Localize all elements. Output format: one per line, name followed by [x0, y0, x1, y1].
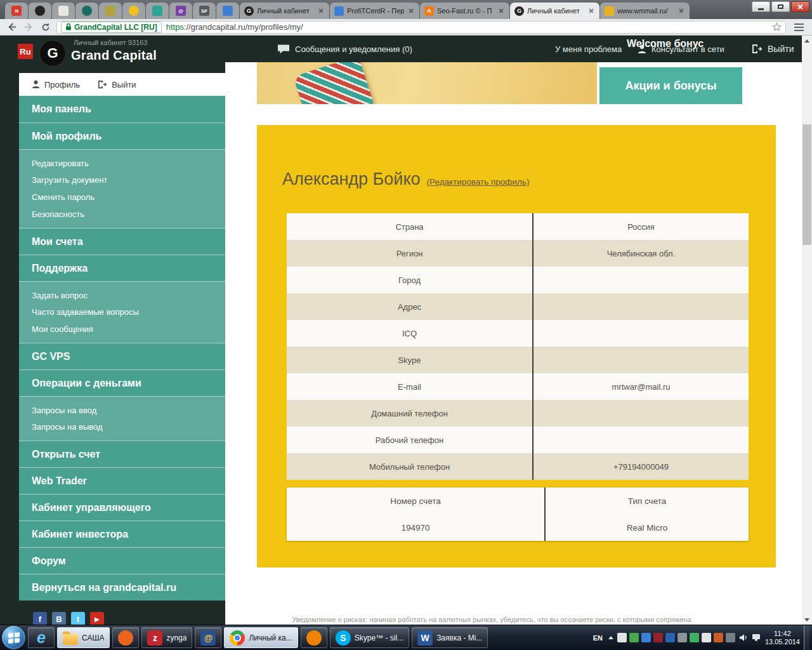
taskbar-app-button[interactable]: Личный ка...	[224, 627, 298, 648]
window-controls	[752, 1, 809, 12]
tray-icon[interactable]	[617, 633, 627, 642]
network-icon[interactable]	[752, 633, 761, 642]
sidebar-menu-item[interactable]: Вернуться на grandcapital.ru	[19, 574, 225, 600]
language-badge[interactable]: Ru	[18, 44, 33, 59]
browser-tab[interactable]: A Seo-Fast.ru © - П	[420, 3, 509, 19]
show-desktop-button[interactable]	[804, 626, 809, 650]
pinned-tab[interactable]	[75, 3, 98, 19]
topbar-logout-link[interactable]: Выйти	[752, 36, 794, 62]
sidebar-menu-item[interactable]: Мои счета	[19, 228, 225, 255]
bookmark-star-icon[interactable]	[772, 22, 782, 32]
forward-button[interactable]	[22, 21, 35, 34]
pinned-tab-favicon-icon	[105, 6, 115, 16]
scrollbar-thumb[interactable]	[802, 124, 811, 245]
pinned-tab[interactable]	[122, 3, 145, 19]
sidebar-menu-item[interactable]: Загрузить документ	[19, 171, 225, 189]
tray-icon[interactable]	[702, 633, 711, 642]
sidebar-menu-item[interactable]: Запросы на вывод	[19, 418, 225, 441]
browser-tab[interactable]: G Личный кабинет	[510, 3, 599, 19]
sidebar-menu-item[interactable]: Запросы на ввод	[19, 396, 225, 418]
tray-icon[interactable]	[653, 633, 663, 642]
taskbar-app-button[interactable]: S Skype™ - sil...	[330, 627, 409, 648]
omnibox[interactable]: GrandCapital LLC [RU] https://grandcapit…	[56, 21, 786, 34]
sidebar-menu-item[interactable]: Мои сообщения	[19, 321, 225, 343]
window-maximize-button[interactable]	[771, 1, 790, 12]
sidebar-menu-item[interactable]: Поддержка	[19, 255, 225, 281]
sidebar-menu-item[interactable]: Часто задаваемые вопросы	[19, 303, 225, 321]
actions-bonuses-button[interactable]: Акции и бонусы	[599, 67, 742, 104]
sidebar-logout-link[interactable]: Выйти	[98, 80, 136, 90]
sidebar-menu-item[interactable]: Сменить пароль	[19, 189, 225, 206]
pinned-tab[interactable]: SF	[193, 3, 216, 19]
sidebar-menu-item[interactable]: Web Trader	[19, 467, 225, 494]
tray-icon[interactable]	[641, 633, 651, 642]
messages-link[interactable]: Сообщения и уведомления (0)	[277, 36, 412, 62]
pinned-tab[interactable]	[99, 3, 122, 19]
sidebar-menu-item[interactable]: Безопасность	[19, 206, 225, 228]
tray-icon[interactable]	[714, 633, 723, 642]
tray-icon[interactable]	[629, 633, 639, 642]
start-button[interactable]	[2, 626, 25, 649]
pinned-tab[interactable]	[146, 3, 169, 19]
sidebar: Личный кабинет 93163 Ru G Grand Capital …	[0, 36, 225, 625]
pinned-tab[interactable]	[52, 3, 75, 19]
reload-button[interactable]	[39, 21, 52, 34]
edit-profile-link[interactable]: (Редактировать профиль)	[427, 177, 530, 187]
taskbar-app-button[interactable]: САША	[57, 627, 110, 648]
pinned-tab[interactable]	[216, 3, 239, 19]
sidebar-profile-link[interactable]: Профиль	[32, 80, 80, 90]
browser-tab[interactable]: ProfiTCentR - Пер	[330, 3, 419, 19]
pinned-tab[interactable]	[29, 3, 51, 19]
padlock-icon	[65, 23, 72, 31]
sidebar-menu-item[interactable]: Кабинет инвестора	[19, 521, 225, 547]
sidebar-menu-item[interactable]: Моя панель	[19, 96, 225, 123]
taskbar-app-button[interactable]: W Заявка - Mi...	[412, 627, 488, 648]
language-indicator[interactable]: EN	[591, 633, 605, 643]
show-hidden-icons-button[interactable]	[608, 636, 613, 639]
problem-link[interactable]: У меня проблема	[555, 36, 622, 62]
window-close-button[interactable]	[791, 1, 809, 12]
sidebar-menu-item[interactable]: GC VPS	[19, 343, 225, 369]
tray-icon[interactable]	[726, 633, 735, 642]
sidebar-menu-item[interactable]: Редактировать	[19, 149, 225, 171]
taskbar-app-button[interactable]	[301, 627, 327, 648]
url-path: ://grandcapital.ru/my/profiles/my/	[184, 22, 303, 32]
social-icon[interactable]: ►	[90, 612, 104, 625]
taskbar-clock[interactable]: 11:42 13.05.2014	[765, 630, 800, 646]
taskbar-app-button[interactable]: e	[28, 627, 55, 648]
tray-icon[interactable]	[690, 633, 699, 642]
tab-close-icon[interactable]	[407, 7, 415, 15]
taskbar-app-button[interactable]	[112, 627, 139, 648]
tab-close-icon[interactable]	[497, 7, 505, 15]
sidebar-menu-item[interactable]: Операции с деньгами	[19, 369, 225, 396]
sidebar-menu-item[interactable]: Форум	[19, 547, 225, 574]
sidebar-menu-item[interactable]: Задать вопрос	[19, 281, 225, 303]
ev-certificate-badge[interactable]: GrandCapital LLC [RU]	[61, 22, 162, 33]
scroll-up-button[interactable]	[802, 36, 812, 46]
back-button[interactable]	[5, 21, 18, 34]
tray-icon[interactable]	[665, 633, 675, 642]
social-icon[interactable]: f	[33, 612, 47, 625]
pinned-tab[interactable]: @	[169, 3, 192, 19]
sidebar-menu-item[interactable]: Кабинет управляющего	[19, 494, 225, 521]
chrome-menu-button[interactable]	[790, 21, 807, 34]
tab-close-icon[interactable]	[587, 7, 595, 15]
pinned-tab[interactable]: Я	[5, 3, 28, 19]
browser-tab[interactable]: G Личный кабинет	[240, 3, 329, 19]
taskbar-app-button[interactable]: z zynga	[141, 627, 192, 648]
tray-icon[interactable]	[678, 633, 687, 642]
sidebar-menu-item[interactable]: Открыть счет	[19, 441, 225, 467]
volume-icon[interactable]	[739, 633, 748, 642]
scroll-down-button[interactable]	[802, 614, 812, 625]
social-icon[interactable]: В	[52, 612, 66, 625]
social-icon[interactable]: t	[71, 612, 85, 625]
promo-banner[interactable]	[257, 62, 597, 104]
browser-tab[interactable]: www.wmmail.ru/	[600, 3, 690, 19]
tab-close-icon[interactable]	[678, 7, 685, 15]
page-scrollbar[interactable]	[802, 36, 812, 625]
person-icon	[32, 80, 40, 89]
window-minimize-button[interactable]	[752, 1, 770, 12]
tab-close-icon[interactable]	[317, 7, 325, 15]
sidebar-menu-item[interactable]: Мой профиль	[19, 123, 225, 149]
taskbar-app-button[interactable]: @	[195, 627, 221, 648]
